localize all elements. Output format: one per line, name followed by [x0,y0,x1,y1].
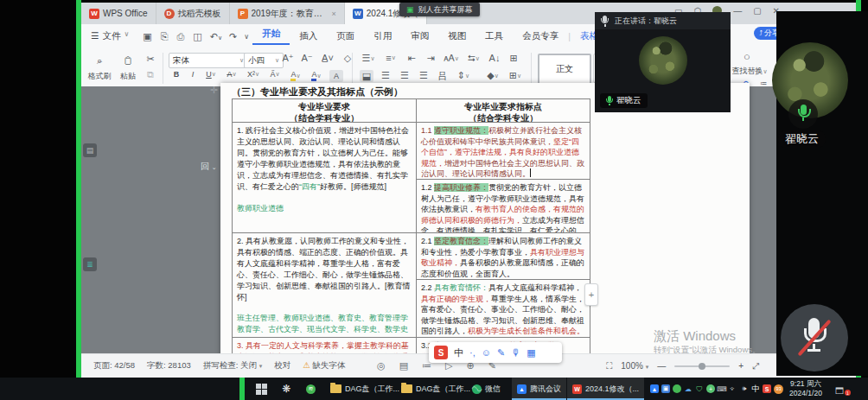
start-button[interactable] [251,378,272,400]
taskbar-wps-task[interactable]: W2024.1修改（... [567,378,644,400]
menu-review[interactable]: 审阅 [401,30,438,42]
sogou-logo-icon[interactable]: S [434,346,448,359]
underline-button[interactable]: U∨ [203,70,219,79]
word-count[interactable]: 字数: 28103 [147,360,191,371]
ime-keyboard-icon[interactable]: ▦ [527,347,535,359]
taskbar-folder-2[interactable]: DAG盘（工作... [396,378,475,400]
meeting-mini-panel[interactable]: 正在讲话：翟晓云 翟晓云 [595,12,731,112]
table-add-row-button[interactable]: + [584,283,598,306]
zoom-level[interactable]: 100% ▾ [621,361,648,371]
border-icon[interactable]: ⊞∨ [507,70,524,81]
volume-icon[interactable]: 🕪 [740,384,749,393]
zoom-in-button[interactable]: + [738,361,744,371]
canvas-tool-icon[interactable]: ▤ [83,143,97,157]
superscript-icon[interactable]: X²∨ [245,70,262,79]
save-icon[interactable]: ▣ [143,31,151,42]
cell-indicator-1-2[interactable]: 1.2 提高职业修养：贯彻党的教育方针，以立德树人为己任，遵守小学教师职业道德规… [417,180,590,233]
redo-icon[interactable]: ↷ [229,31,237,42]
symbol-grid-icon[interactable]: ⊞ [507,53,520,64]
align-right-icon[interactable]: ☰ [398,70,412,81]
table-move-handle[interactable]: ✛ [210,85,218,96]
taskbar-clock[interactable]: 9:21 周六 2024/1/20 [781,379,831,398]
font-color-icon[interactable]: A∨ [309,70,324,81]
mute-microphone-button[interactable] [781,304,848,371]
menu-insert[interactable]: 插入 [290,30,327,42]
font-name-select[interactable]: 宋体∨ [169,53,248,68]
line-spacing-icon[interactable]: ⇕∨ [455,70,472,81]
menu-page[interactable]: 页面 [327,30,364,42]
strikethrough-icon[interactable]: A∨ [224,70,239,79]
cell-requirement-2[interactable]: 2. 具有从教意愿，认同教师工作的意义和专业性，具有积极的情感、端正的态度、正确… [233,233,416,338]
justify-icon[interactable]: ☰ [417,70,431,81]
preview-icon[interactable]: ◫ [193,31,201,42]
menu-view[interactable]: 视图 [438,30,475,42]
green-circle-app-icon[interactable]: ≋ [301,378,321,400]
tab-wps-home[interactable]: W WPS Office [81,3,156,24]
network-icon[interactable]: ᯤ [729,384,737,393]
menu-tools[interactable]: 工具 [475,30,513,42]
cell-indicator-2-1[interactable]: 2.1 坚定教育信念：理解和认同教师工作的意义和专业性，热爱小学教育事业，具有职… [417,233,590,280]
tray-sogou-icon[interactable]: S [763,384,771,393]
char-shading-icon[interactable]: A [329,70,343,82]
ime-punctuation-icon[interactable]: ·, [469,347,475,358]
maximize-button[interactable]: ▢ [753,6,761,16]
ime-pen-icon[interactable]: ✎ [497,347,505,359]
fit-page-icon[interactable]: ⛶ [606,361,612,371]
cell-requirement-1[interactable]: 1. 践行社会主义核心价值观，增进对中国特色社会主义的思想认同、政治认同、理论认… [233,123,416,233]
taskbar-folder-1[interactable]: DAG盘（工作... [325,378,405,400]
tab-close-icon[interactable]: × [332,10,336,18]
proofread-button[interactable]: 校对 [274,360,290,371]
menu-home[interactable]: 开始 [252,28,290,45]
spellcheck-toggle[interactable]: 拼写检查: 关闭 ▾ [203,360,262,371]
ime-emoji-icon[interactable]: ☺ [482,347,491,358]
format-painter-button[interactable]: ⌕̶ [86,51,112,70]
ime-indicator[interactable]: 中 [751,384,760,393]
zoom-slider-knob[interactable] [699,363,705,370]
search-icon[interactable]: ○ [738,50,756,63]
tray-cloud-icon[interactable]: ☁ [684,384,692,393]
decrease-indent-icon[interactable]: ⇤ [405,53,418,64]
style-body[interactable]: 正文 [538,54,591,85]
tray-meeting-icon[interactable]: ▲ [650,384,659,393]
text-effects-icon[interactable]: A̲˅ [319,53,336,63]
italic-button[interactable]: I [188,70,198,79]
taskbar-wechat[interactable]: ◠◡微信 [467,378,506,400]
phonetic-guide-icon[interactable]: A̋∨ [267,70,283,79]
zoom-out-button[interactable]: — [657,361,666,371]
shading-icon[interactable]: ◆∨ [484,70,501,81]
menu-reference[interactable]: 引用 [364,30,401,42]
canvas-nav-icon[interactable]: ≣ [83,257,97,271]
text-direction-icon[interactable]: ⮀∨ [465,53,482,64]
page-view-icon[interactable]: ▤ [399,360,408,371]
menu-member[interactable]: 会员专享 [513,30,568,42]
comment-toggle-icon[interactable]: 回 ⌄ [201,161,217,173]
distribute-icon[interactable]: 吕 [436,70,450,83]
minimize-button[interactable]: — [733,6,742,16]
bold-button[interactable]: B [170,70,182,79]
char-scale-icon[interactable]: 🗚∨ [443,53,460,64]
cell-indicator-2-2[interactable]: 2.2 具有教育情怀：具有人文底蕴和科学精神，具有正确的学生观，尊重学生人格，情… [417,280,590,338]
align-center-icon[interactable]: ☰ [379,70,393,81]
tray-green-icon[interactable] [673,384,681,393]
find-replace-button[interactable]: 查找替换∨ [724,66,775,77]
quickbar-dropdown-icon[interactable]: ∨ [244,33,249,41]
tray-window-icon[interactable]: ▣ [661,384,670,393]
taskbar-tencent-meeting[interactable]: ▲腾讯会议 [512,378,566,400]
align-left-icon[interactable]: ⬓ [360,70,373,82]
decrease-font-icon[interactable]: A⁻ [300,53,314,64]
increase-font-icon[interactable]: A⁺ [281,53,295,64]
cut-icon[interactable]: ✂ [144,54,157,65]
eye-view-icon[interactable]: ◎ [377,360,386,371]
tab-presentation[interactable]: P 2019年度：教育学院小教党支部课件 × [230,3,345,24]
tray-launcher-icon[interactable]: ⌨ [718,384,726,393]
file-menu[interactable]: ☰ 文件 ∨ [81,30,138,42]
font-size-select[interactable]: 小四∨ [244,53,284,68]
missing-font-warning[interactable]: ⚠ 缺失字体 [303,360,345,371]
highlight-color-icon[interactable]: A∨ [288,70,303,81]
ime-chinese-mode[interactable]: 中 [454,346,463,359]
tray-plus-icon[interactable]: + [706,384,715,393]
bullets-icon[interactable]: ☰∨ [360,53,377,64]
export-icon[interactable]: ⎘ [161,31,169,42]
copy-icon[interactable]: ⧉ [144,69,157,80]
increase-indent-icon[interactable]: ⇥ [424,53,437,64]
